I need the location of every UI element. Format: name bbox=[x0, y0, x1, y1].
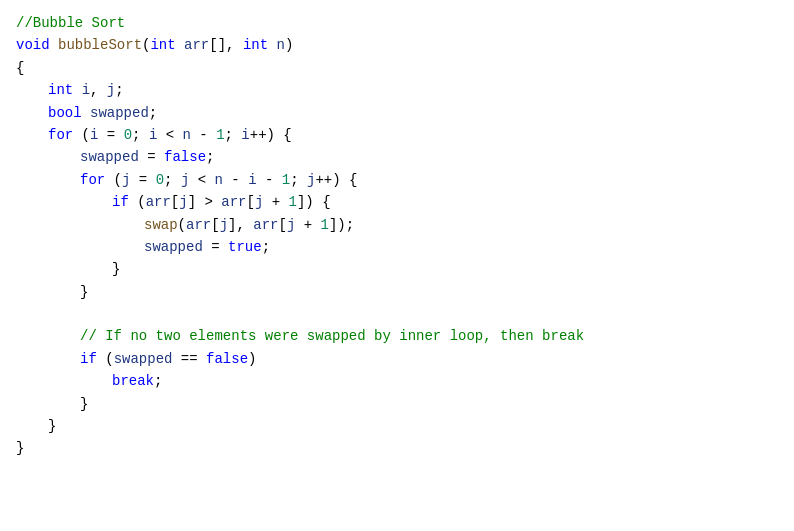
line-1: //Bubble Sort bbox=[0, 12, 794, 34]
bool-false: false bbox=[164, 146, 206, 168]
line-11: swapped = true ; bbox=[0, 236, 794, 258]
var-i: i bbox=[82, 79, 90, 101]
var-j7: j bbox=[220, 214, 228, 236]
var-arr4: arr bbox=[186, 214, 211, 236]
line-5: bool swapped ; bbox=[0, 102, 794, 124]
var-swapped3: swapped bbox=[144, 236, 203, 258]
num-0-1: 0 bbox=[124, 124, 132, 146]
var-swapped4: swapped bbox=[114, 348, 173, 370]
var-arr5: arr bbox=[253, 214, 278, 236]
line-16: if ( swapped == false ) bbox=[0, 348, 794, 370]
keyword-if-2: if bbox=[80, 348, 97, 370]
var-j4: j bbox=[307, 169, 315, 191]
var-j6: j bbox=[255, 191, 263, 213]
var-arr2: arr bbox=[146, 191, 171, 213]
var-i2: i bbox=[90, 124, 98, 146]
keyword-if-1: if bbox=[112, 191, 129, 213]
function-swap: swap bbox=[144, 214, 178, 236]
line-4: int i , j ; bbox=[0, 79, 794, 101]
line-13: } bbox=[0, 281, 794, 303]
line-14 bbox=[0, 303, 794, 325]
var-n2: n bbox=[183, 124, 191, 146]
brace-open-outer: { bbox=[16, 57, 24, 79]
var-swapped2: swapped bbox=[80, 146, 139, 168]
var-j8: j bbox=[287, 214, 295, 236]
var-arr3: arr bbox=[221, 191, 246, 213]
line-7: swapped = false ; bbox=[0, 146, 794, 168]
var-j: j bbox=[107, 79, 115, 101]
var-j3: j bbox=[181, 169, 189, 191]
num-0-2: 0 bbox=[156, 169, 164, 191]
keyword-int-1: int bbox=[150, 34, 175, 56]
keyword-break: break bbox=[112, 370, 154, 392]
keyword-for-1: for bbox=[48, 124, 73, 146]
brace-close-fori: } bbox=[48, 415, 56, 437]
keyword-int-3: int bbox=[48, 79, 73, 101]
comment-bubble-sort: //Bubble Sort bbox=[16, 12, 125, 34]
param-arr: arr bbox=[184, 34, 209, 56]
line-12: } bbox=[0, 258, 794, 280]
line-6: for ( i = 0 ; i < n - 1 ; i ++) { bbox=[0, 124, 794, 146]
line-9: if ( arr [ j ] > arr [ j + 1 ]) { bbox=[0, 191, 794, 213]
brace-close-if2: } bbox=[80, 393, 88, 415]
var-i4: i bbox=[241, 124, 249, 146]
line-19: } bbox=[0, 415, 794, 437]
brace-close-if: } bbox=[112, 258, 120, 280]
var-j5: j bbox=[179, 191, 187, 213]
code-editor: //Bubble Sort void bubbleSort ( int arr … bbox=[0, 0, 794, 531]
line-18: } bbox=[0, 393, 794, 415]
num-1-3: 1 bbox=[289, 191, 297, 213]
bool-false-2: false bbox=[206, 348, 248, 370]
keyword-int-2: int bbox=[243, 34, 268, 56]
var-i3: i bbox=[149, 124, 157, 146]
param-n: n bbox=[277, 34, 285, 56]
keyword-bool: bool bbox=[48, 102, 82, 124]
line-2: void bubbleSort ( int arr [], int n ) bbox=[0, 34, 794, 56]
var-n3: n bbox=[215, 169, 223, 191]
comment-if-no: // If no two elements were swapped by in… bbox=[80, 325, 584, 347]
var-swapped: swapped bbox=[90, 102, 149, 124]
line-15: // If no two elements were swapped by in… bbox=[0, 325, 794, 347]
function-name: bubbleSort bbox=[58, 34, 142, 56]
line-3: { bbox=[0, 57, 794, 79]
line-20: } bbox=[0, 437, 794, 459]
brace-close-function: } bbox=[16, 437, 24, 459]
line-10: swap ( arr [ j ], arr [ j + 1 ]); bbox=[0, 214, 794, 236]
line-17: break ; bbox=[0, 370, 794, 392]
line-8: for ( j = 0 ; j < n - i - 1 ; j ++) { bbox=[0, 169, 794, 191]
num-1-4: 1 bbox=[321, 214, 329, 236]
keyword-for-2: for bbox=[80, 169, 105, 191]
var-i5: i bbox=[248, 169, 256, 191]
bool-true: true bbox=[228, 236, 262, 258]
brace-close-forj: } bbox=[80, 281, 88, 303]
var-j2: j bbox=[122, 169, 130, 191]
num-1-1: 1 bbox=[216, 124, 224, 146]
num-1-2: 1 bbox=[282, 169, 290, 191]
keyword-void: void bbox=[16, 34, 50, 56]
